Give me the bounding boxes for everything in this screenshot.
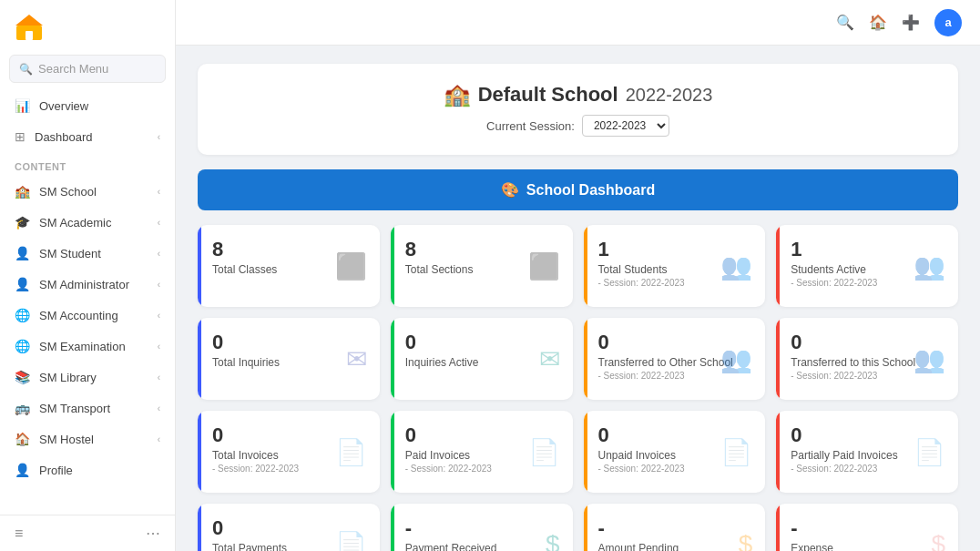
dashboard-banner: 🎨 School Dashboard (198, 169, 958, 210)
stat-icon: $ (546, 530, 560, 551)
chevron-icon: ‹ (158, 218, 160, 228)
stat-card-1: 8Total Sections⬛ (391, 225, 573, 307)
stat-icon: 📄 (335, 530, 367, 552)
search-menu-label: Search Menu (38, 62, 108, 76)
sm-transport-icon: 🚌 (15, 401, 30, 415)
stat-card-8: 0Total Invoices- Session: 2022-2023📄 (198, 411, 380, 493)
stat-icon: 👥 (914, 344, 945, 374)
stat-icon: ⬛ (335, 251, 367, 281)
sidebar-item-label: SM School (39, 185, 97, 199)
school-title: 🏫 Default School 2022-2023 (219, 82, 936, 107)
stat-number: 0 (212, 332, 365, 352)
stat-card-6: 0Transferred to Other School- Session: 2… (584, 318, 766, 400)
search-icon: 🔍 (19, 63, 33, 76)
sm-school-icon: 🏫 (15, 184, 30, 199)
chevron-icon: ‹ (158, 342, 160, 352)
session-select[interactable]: 2022-2023 2021-2022 2020-2021 (582, 115, 669, 137)
stat-card-3: 1Students Active- Session: 2022-2023👥 (776, 225, 958, 307)
sidebar-logo (0, 0, 175, 55)
stat-number: 0 (405, 332, 558, 352)
stat-card-9: 0Paid Invoices- Session: 2022-2023📄 (391, 411, 573, 493)
sm-academic-icon: 🎓 (15, 215, 30, 230)
chevron-icon: ‹ (158, 403, 160, 413)
search-icon[interactable]: 🔍 (836, 14, 854, 31)
stat-icon: ✉ (539, 344, 560, 374)
stat-card-15: -Expense- Session: 2022-2023$ (776, 504, 958, 551)
sm-library-icon: 📚 (15, 370, 30, 384)
chevron-icon: ‹ (158, 434, 160, 444)
sidebar-item-sm-transport[interactable]: 🚌 SM Transport ‹ (0, 393, 175, 423)
sidebar-item-sm-school[interactable]: 🏫 SM School ‹ (0, 176, 175, 207)
stat-card-12: 0Total Payments- Session: 2022-2023📄 (198, 504, 380, 551)
banner-label: School Dashboard (526, 182, 655, 199)
home-icon[interactable]: 🏠 (869, 14, 887, 31)
sm-student-icon: 👤 (15, 246, 30, 260)
sidebar-item-overview[interactable]: 📊 Overview (0, 90, 175, 121)
sidebar-item-label: SM Academic (39, 216, 111, 230)
sm-accounting-icon: 🌐 (15, 308, 30, 322)
dashboard-icon: ⊞ (15, 129, 26, 144)
stat-icon: ⬛ (528, 251, 560, 281)
sm-hostel-icon: 🏠 (15, 432, 30, 446)
school-building-icon: 🏫 (444, 82, 471, 107)
stat-card-5: 0Inquiries Active✉ (391, 318, 573, 400)
topbar: 🔍 🏠 ➕ a (176, 0, 980, 46)
sidebar-collapse-icon[interactable]: ≡ (15, 525, 23, 542)
svg-marker-1 (15, 15, 43, 26)
stat-icon: 👥 (914, 251, 945, 281)
sm-admin-icon: 👤 (15, 277, 30, 291)
chevron-icon: ‹ (158, 249, 160, 259)
sidebar-item-label: SM Transport (39, 402, 110, 415)
stat-card-2: 1Total Students- Session: 2022-2023👥 (584, 225, 766, 307)
stat-card-13: -Payment Received- Session: 2022-2023$ (391, 504, 573, 551)
stat-icon: 📄 (720, 437, 752, 467)
stat-card-0: 8Total Classes⬛ (198, 225, 380, 307)
sidebar-item-sm-accounting[interactable]: 🌐 SM Accounting ‹ (0, 300, 175, 331)
sidebar-item-dashboard[interactable]: ⊞ Dashboard ‹ (0, 121, 175, 152)
add-icon[interactable]: ➕ (902, 14, 920, 31)
stat-label: Payment Received (405, 542, 558, 551)
stat-icon: ✉ (346, 344, 367, 374)
sidebar-item-label: SM Student (39, 247, 101, 260)
search-menu-input[interactable]: 🔍 Search Menu (9, 55, 166, 83)
chevron-icon: ‹ (158, 280, 160, 290)
stat-number: - (598, 518, 751, 538)
sidebar-item-label: Dashboard (35, 130, 93, 144)
sidebar-item-label: SM Hostel (39, 433, 94, 446)
stat-icon: $ (739, 530, 753, 551)
stat-icon: 📄 (528, 437, 560, 467)
session-label: Current Session: (486, 119, 575, 133)
stat-card-14: -Amount Pending- Session: 2022-2023$ (584, 504, 766, 551)
stat-number: - (791, 518, 944, 538)
sidebar-item-label: SM Library (39, 371, 97, 384)
session-row: Current Session: 2022-2023 2021-2022 202… (219, 115, 936, 137)
school-name: Default School (478, 83, 618, 107)
sidebar-item-profile[interactable]: 👤 Profile (0, 454, 175, 485)
sidebar-item-sm-academic[interactable]: 🎓 SM Academic ‹ (0, 207, 175, 238)
profile-icon: 👤 (15, 463, 30, 477)
stat-card-7: 0Transferred to this School- Session: 20… (776, 318, 958, 400)
school-header-card: 🏫 Default School 2022-2023 Current Sessi… (198, 64, 958, 155)
sidebar-item-sm-examination[interactable]: 🌐 SM Examination ‹ (0, 331, 175, 362)
sidebar-more-icon[interactable]: ⋯ (146, 525, 160, 542)
app-logo-icon (15, 13, 44, 42)
sidebar-item-sm-administrator[interactable]: 👤 SM Administrator ‹ (0, 269, 175, 300)
sidebar-item-label: SM Accounting (39, 309, 118, 322)
sidebar-item-sm-hostel[interactable]: 🏠 SM Hostel ‹ (0, 423, 175, 454)
stat-icon: 📄 (335, 437, 367, 467)
stat-card-11: 0Partially Paid Invoices- Session: 2022-… (776, 411, 958, 493)
sidebar-item-label: SM Examination (39, 340, 126, 353)
stat-label: Expense (791, 542, 944, 551)
stat-icon: 👥 (720, 251, 752, 281)
chevron-icon: ‹ (158, 311, 160, 321)
sidebar-item-sm-student[interactable]: 👤 SM Student ‹ (0, 238, 175, 269)
stat-label: Amount Pending (598, 542, 751, 551)
avatar[interactable]: a (934, 9, 962, 36)
chevron-icon: ‹ (158, 187, 160, 197)
main-area: 🔍 🏠 ➕ a 🏫 Default School 2022-2023 Curre… (176, 0, 980, 551)
svg-rect-2 (26, 31, 33, 40)
sm-examination-icon: 🌐 (15, 339, 30, 353)
chevron-icon: ‹ (158, 372, 160, 383)
stat-icon: 📄 (914, 437, 945, 467)
sidebar-item-sm-library[interactable]: 📚 SM Library ‹ (0, 362, 175, 393)
